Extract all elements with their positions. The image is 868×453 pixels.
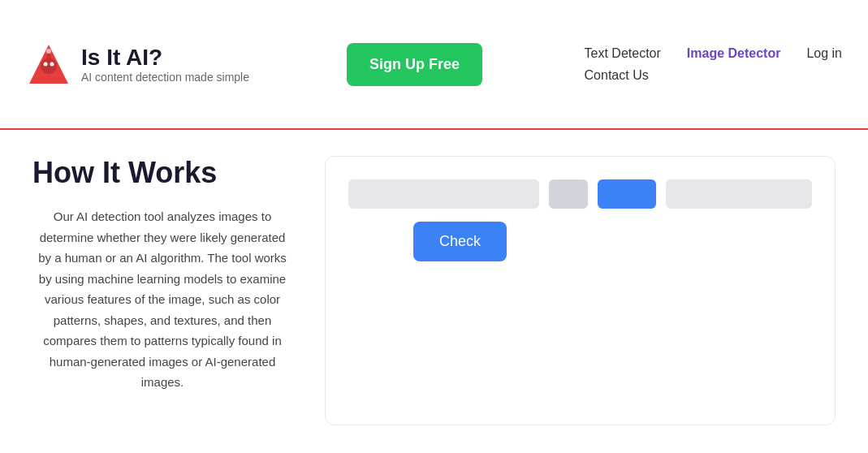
nav-contact[interactable]: Contact Us xyxy=(585,68,649,83)
nav-top: Text Detector Image Detector Log in xyxy=(585,45,842,61)
nav-text-detector[interactable]: Text Detector xyxy=(585,46,661,61)
nav-login[interactable]: Log in xyxy=(806,45,842,61)
svg-point-5 xyxy=(46,49,51,54)
section-description: Our AI detection tool analyzes images to… xyxy=(32,206,292,393)
upload-placeholder-left xyxy=(348,179,539,209)
upload-placeholder-blue xyxy=(598,179,656,209)
header: Is It AI? AI content detection made simp… xyxy=(0,0,868,130)
logo-subtitle: AI content detection made simple xyxy=(81,71,249,84)
upload-placeholder-middle xyxy=(549,179,588,209)
svg-point-3 xyxy=(50,63,54,67)
svg-point-2 xyxy=(44,63,48,67)
nav-image-detector[interactable]: Image Detector xyxy=(687,46,781,61)
upload-placeholder-right xyxy=(666,179,812,209)
svg-point-1 xyxy=(41,58,57,74)
main-content: How It Works Our AI detection tool analy… xyxy=(0,130,868,451)
demo-upload-bar xyxy=(348,179,812,209)
signup-button[interactable]: Sign Up Free xyxy=(347,43,482,86)
logo-text-area: Is It AI? AI content detection made simp… xyxy=(81,45,249,84)
nav-bottom: Contact Us xyxy=(585,68,649,83)
nav-area: Text Detector Image Detector Log in Cont… xyxy=(585,45,842,82)
demo-panel: Check xyxy=(325,156,836,425)
how-it-works-section: How It Works Our AI detection tool analy… xyxy=(32,156,292,425)
section-title: How It Works xyxy=(32,156,292,190)
logo-area: Is It AI? AI content detection made simp… xyxy=(26,41,249,87)
check-button[interactable]: Check xyxy=(413,222,507,261)
logo-icon xyxy=(26,41,71,87)
logo-title: Is It AI? xyxy=(81,45,249,71)
